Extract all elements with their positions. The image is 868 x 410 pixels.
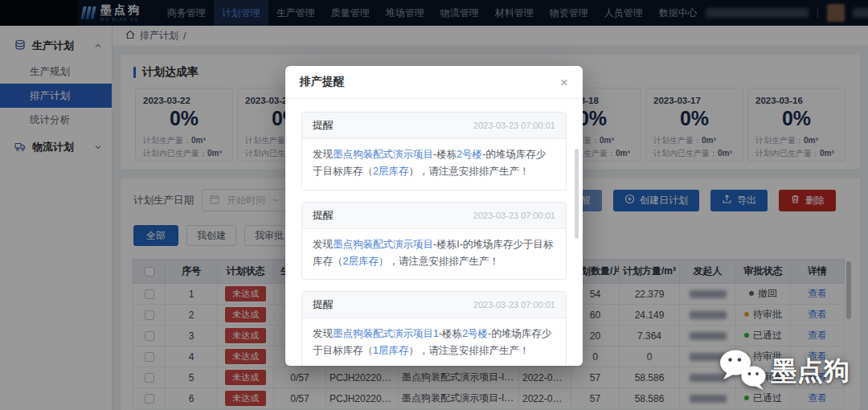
reminder-text: ），请注意安排排产生产！: [379, 256, 499, 267]
wechat-icon: [718, 347, 768, 395]
reminder-card: 提醒2023-03-23 07:00:01发现墨点狗装配式演示项目-楼栋2号楼-…: [301, 112, 567, 191]
reminder-link[interactable]: 墨点狗装配式演示项目: [333, 239, 433, 250]
reminder-link[interactable]: 2层库存: [343, 256, 379, 267]
reminder-text: 发现: [313, 239, 333, 250]
reminder-timestamp: 2023-03-23 07:00:01: [473, 300, 555, 310]
reminder-link[interactable]: 1层库存: [373, 345, 408, 356]
reminder-text: ），请注意安排排产生产！: [408, 345, 529, 356]
reminder-timestamp: 2023-03-23 07:00:01: [473, 121, 555, 130]
modal-scrollbar[interactable]: [575, 149, 579, 239]
modal-title: 排产提醒: [300, 75, 345, 89]
reminder-text: 发现: [313, 328, 333, 339]
reminder-header: 提醒2023-03-23 07:00:01: [302, 113, 566, 139]
reminder-message: 发现墨点狗装配式演示项目1-楼栋2号楼-的堆场库存少于目标库存（1层库存），请注…: [302, 318, 566, 366]
reminder-header: 提醒2023-03-23 07:00:01: [302, 292, 566, 318]
close-icon[interactable]: ×: [560, 76, 568, 89]
app-window: 墨点狗 MO DIAN GO 商务管理计划管理生产管理质量管理堆场管理物流管理材…: [0, 0, 868, 410]
reminder-card: 提醒2023-03-23 07:00:01发现墨点狗装配式演示项目1-楼栋2号楼…: [301, 291, 567, 366]
reminder-message: 发现墨点狗装配式演示项目-楼栋I-的堆场库存少于目标库存（2层库存），请注意安排…: [302, 229, 566, 280]
reminder-text: ），请注意安排排产生产！: [408, 166, 529, 177]
reminder-message: 发现墨点狗装配式演示项目-楼栋2号楼-的堆场库存少于目标库存（2层库存），请注意…: [302, 139, 566, 190]
reminder-link[interactable]: 2层库存: [373, 166, 408, 177]
reminder-text: 发现: [313, 149, 333, 160]
reminder-card: 提醒2023-03-23 07:00:01发现墨点狗装配式演示项目-楼栋I-的堆…: [301, 202, 567, 281]
modal-body: 提醒2023-03-23 07:00:01发现墨点狗装配式演示项目-楼栋2号楼-…: [285, 99, 583, 366]
reminder-list: 提醒2023-03-23 07:00:01发现墨点狗装配式演示项目-楼栋2号楼-…: [301, 112, 567, 366]
reminder-title: 提醒: [313, 208, 334, 223]
reminder-text: -楼栋: [433, 149, 457, 160]
reminder-header: 提醒2023-03-23 07:00:01: [302, 203, 566, 229]
reminder-link[interactable]: 2号楼: [457, 149, 482, 160]
reminder-modal: 排产提醒 × 提醒2023-03-23 07:00:01发现墨点狗装配式演示项目…: [285, 66, 583, 366]
modal-header: 排产提醒 ×: [285, 66, 583, 99]
reminder-link[interactable]: 2号楼: [462, 328, 488, 339]
reminder-text: -楼栋: [439, 328, 462, 339]
reminder-title: 提醒: [313, 297, 334, 312]
watermark: 墨点狗: [718, 347, 850, 395]
watermark-text: 墨点狗: [771, 354, 850, 389]
reminder-link[interactable]: 墨点狗装配式演示项目1: [333, 328, 439, 339]
reminder-timestamp: 2023-03-23 07:00:01: [473, 211, 555, 220]
reminder-link[interactable]: 墨点狗装配式演示项目: [333, 149, 433, 160]
reminder-title: 提醒: [313, 118, 334, 133]
